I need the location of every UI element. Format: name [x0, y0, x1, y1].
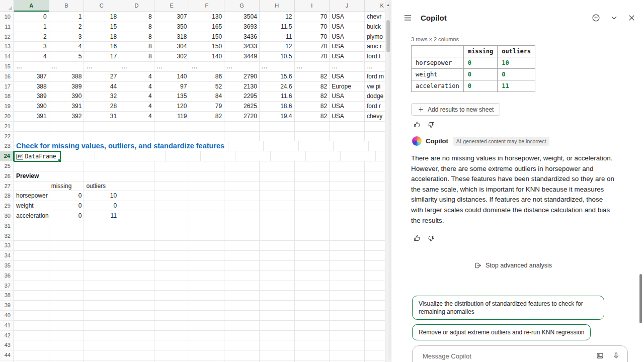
cell-J24[interactable] — [341, 151, 376, 161]
cell-G34[interactable] — [224, 251, 260, 261]
row-header-31[interactable]: 31 — [0, 221, 14, 231]
cell-H34[interactable] — [260, 251, 295, 261]
cell-C39[interactable] — [84, 301, 119, 311]
cell-F22[interactable] — [189, 132, 224, 142]
row-header-33[interactable]: 33 — [0, 241, 14, 251]
cell-A39[interactable] — [14, 301, 49, 311]
cell-F37[interactable] — [189, 281, 224, 291]
cell-D13[interactable]: 8 — [119, 42, 154, 52]
cell-C40[interactable] — [84, 311, 119, 321]
cell-J28[interactable] — [330, 191, 365, 201]
cell-G20[interactable]: 2720 — [224, 112, 260, 122]
cell-J40[interactable] — [330, 311, 365, 321]
cell-C42[interactable] — [84, 331, 119, 341]
cell-I11[interactable]: 70 — [295, 22, 330, 32]
cell-E25[interactable] — [154, 161, 190, 171]
cell-D36[interactable] — [119, 271, 154, 281]
cell-F33[interactable] — [189, 241, 224, 251]
cell-F29[interactable] — [189, 201, 224, 211]
cell-B37[interactable] — [49, 281, 85, 291]
cell-A24[interactable]: PYDataFrame — [14, 151, 60, 161]
cell-D34[interactable] — [119, 251, 154, 261]
cell-D42[interactable] — [119, 331, 154, 341]
row-header-13[interactable]: 13 — [0, 42, 14, 52]
cell-D27[interactable] — [119, 182, 154, 192]
cell-D29[interactable] — [119, 201, 154, 211]
cell-D41[interactable] — [119, 321, 154, 331]
cell-J44[interactable] — [330, 350, 365, 360]
cell-I17[interactable]: 82 — [295, 82, 330, 92]
cell-I19[interactable]: 82 — [295, 102, 330, 112]
cell-D12[interactable]: 8 — [119, 32, 154, 42]
cell-G31[interactable] — [224, 221, 260, 231]
cell-D43[interactable] — [119, 340, 154, 350]
row-header-16[interactable]: 16 — [0, 72, 14, 82]
cell-J10[interactable]: USA — [330, 12, 365, 22]
cell-A16[interactable]: 387 — [14, 72, 49, 82]
cell-C26[interactable] — [84, 171, 119, 182]
cell-E27[interactable] — [154, 182, 190, 192]
cell-A23[interactable]: Check for missing values, outliers, and … — [14, 141, 228, 151]
row-header-18[interactable]: 18 — [0, 92, 14, 102]
cell-A36[interactable] — [14, 271, 49, 281]
cell-B25[interactable] — [49, 161, 85, 171]
row-header-23[interactable]: 23 — [0, 141, 14, 151]
row-header-34[interactable]: 34 — [0, 251, 14, 261]
row-header-40[interactable]: 40 — [0, 311, 14, 321]
row-header-25[interactable]: 25 — [0, 161, 14, 171]
cell-I34[interactable] — [295, 251, 330, 261]
cell-E32[interactable] — [154, 231, 190, 241]
cell-B15[interactable]: … — [49, 62, 85, 72]
cell-G25[interactable] — [224, 161, 260, 171]
cell-H36[interactable] — [260, 271, 295, 281]
cell-E20[interactable]: 119 — [154, 112, 190, 122]
cell-K44[interactable] — [365, 350, 385, 360]
cell-K41[interactable] — [365, 321, 385, 331]
column-header-K[interactable]: K — [365, 0, 385, 12]
cell-K36[interactable] — [365, 271, 385, 281]
cell-C37[interactable] — [84, 281, 119, 291]
row-header-35[interactable]: 35 — [0, 261, 14, 271]
cell-E14[interactable]: 302 — [154, 52, 190, 62]
suggestion-pill-2[interactable]: Remove or adjust extreme outliers and re… — [412, 324, 591, 340]
cell-J30[interactable] — [330, 211, 365, 221]
column-header-J[interactable]: J — [330, 0, 365, 12]
cell-E28[interactable] — [154, 191, 190, 201]
row-header-36[interactable]: 36 — [0, 271, 14, 281]
cell-D14[interactable]: 8 — [119, 52, 154, 62]
cell-H40[interactable] — [260, 311, 295, 321]
cell-K31[interactable] — [365, 221, 385, 231]
cell-K24[interactable] — [376, 151, 385, 161]
cell-E40[interactable] — [154, 311, 190, 321]
cell-K21[interactable] — [365, 122, 385, 132]
cell-H13[interactable]: 12 — [260, 42, 295, 52]
cell-D10[interactable]: 8 — [119, 12, 154, 22]
row-header-28[interactable]: 28 — [0, 191, 14, 201]
cell-E16[interactable]: 140 — [154, 72, 190, 82]
row-header-17[interactable]: 17 — [0, 82, 14, 92]
cell-D24[interactable] — [130, 151, 166, 161]
cell-E12[interactable]: 318 — [154, 32, 190, 42]
cell-J15[interactable]: … — [330, 62, 365, 72]
cell-G13[interactable]: 3433 — [224, 42, 260, 52]
cell-I28[interactable] — [295, 191, 330, 201]
cell-H18[interactable]: 11.6 — [260, 92, 295, 102]
cell-A11[interactable]: 1 — [14, 22, 49, 32]
cell-A18[interactable]: 389 — [14, 92, 49, 102]
cell-H42[interactable] — [260, 331, 295, 341]
cell-J33[interactable] — [330, 241, 365, 251]
cell-B32[interactable] — [49, 231, 85, 241]
cell-K30[interactable] — [365, 211, 385, 221]
cell-D16[interactable]: 4 — [119, 72, 154, 82]
cell-I32[interactable] — [295, 231, 330, 241]
cell-G40[interactable] — [224, 311, 260, 321]
thumbs-up-button[interactable] — [413, 121, 421, 129]
cell-B34[interactable] — [49, 251, 85, 261]
cell-F38[interactable] — [189, 291, 224, 301]
cell-B12[interactable]: 3 — [49, 32, 85, 42]
cell-C22[interactable] — [84, 132, 119, 142]
cell-H29[interactable] — [260, 201, 295, 211]
cell-C23[interactable] — [264, 141, 299, 151]
cell-C34[interactable] — [84, 251, 119, 261]
cell-I15[interactable]: … — [295, 62, 330, 72]
